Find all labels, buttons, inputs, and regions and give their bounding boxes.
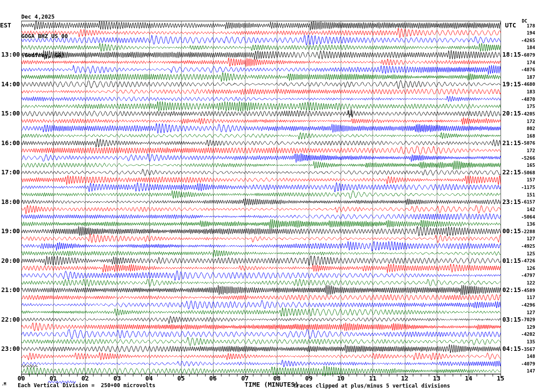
corner-mark: .M [1,382,6,386]
trace-dc-value: 129 [512,324,535,330]
trace-dc-value: -3567 [512,346,535,352]
plot-header: Dec 4,2025 GOGA BHZ US 00 (Godfrey, GA) [21,1,68,72]
est-time-label: 14:00 [0,81,20,88]
trace-dc-value: 142 [512,207,535,212]
trace-dc-value: -4589 [512,288,535,293]
est-time-label: 23:00 [0,345,20,352]
x-axis-tick-label: 03 [109,375,124,382]
x-axis-tick-label: 04 [142,375,157,382]
header-location: (Godfrey, GA) [21,52,68,59]
trace-dc-value: 135 [512,339,535,344]
est-time-label: 21:00 [0,286,20,293]
est-time-label: 22:00 [0,316,20,323]
trace-dc-value: -4079 [512,361,535,366]
trace-dc-value: 168 [512,133,535,138]
est-time-label: 16:00 [0,139,20,146]
header-date: Dec 4,2025 [21,14,68,20]
x-axis-tick-label: 00 [14,375,29,382]
trace-dc-value: 178 [512,23,535,28]
trace-dc-value: 151 [512,192,535,197]
trace-dc-value: -4876 [512,67,535,72]
trace-dc-value: -4680 [512,81,535,87]
trace-dc-value: 184 [512,45,535,50]
trace-dc-value: -6079 [512,52,535,58]
helicorder-page: Dec 4,2025 GOGA BHZ US 00 (Godfrey, GA) … [0,0,536,392]
trace-dc-value: -7029 [512,317,535,322]
est-time-label: 13:00 [0,51,20,58]
header-station: GOGA BHZ US 00 [21,33,68,40]
x-axis-tick-label: 09 [301,375,316,382]
trace-dc-value: -5076 [512,140,535,146]
est-time-label: 15:00 [0,110,20,117]
clipping-note: Traces clipped at plus/minus 5 vertical … [293,383,450,389]
trace-dc-value: 187 [512,74,535,80]
x-axis-tick-label: 01 [46,375,61,382]
trace-dc-value: -4726 [512,258,535,263]
est-time-label: 20:00 [0,257,20,264]
trace-dc-value: -4870 [512,96,535,102]
est-time-label: 17:00 [0,169,20,176]
seismogram-canvas [0,0,536,392]
trace-dc-value: -5068 [512,170,535,175]
trace-dc-value: 174 [512,60,535,65]
trace-dc-value: 147 [512,368,535,373]
trace-dc-value: -4205 [512,111,535,116]
trace-dc-value: -1175 [512,184,535,190]
trace-dc-value: 157 [512,177,535,182]
trace-dc-value: -2288 [512,229,535,234]
x-axis-tick-label: 13 [429,375,444,382]
trace-dc-value: -4296 [512,302,535,307]
trace-dc-value: -4265 [512,38,535,43]
x-axis-tick-label: 02 [78,375,93,382]
trace-dc-value: -5064 [512,214,535,219]
trace-dc-value: 172 [512,119,535,124]
trace-dc-value: 127 [512,310,535,315]
est-time-label: 19:00 [0,227,20,234]
x-axis-tick-label: 10 [333,375,348,382]
trace-dc-value: 165 [512,162,535,168]
trace-dc-value: 127 [512,236,535,241]
trace-dc-value: 175 [512,104,535,109]
trace-dc-value: 148 [512,354,535,359]
x-axis-title: TIME (MINUTES) [245,381,299,388]
trace-dc-value: 117 [512,295,535,300]
trace-dc-value: -5266 [512,155,535,161]
trace-dc-value: 122 [512,280,535,285]
vertical-division-note: Each Vertical Division = 250+00 microvol… [18,382,155,388]
trace-dc-value: 183 [512,89,535,94]
x-axis-tick-label: 11 [365,375,380,382]
trace-dc-value: 802 [512,126,535,131]
x-axis-tick-label: 12 [397,375,412,382]
trace-dc-value: 172 [512,148,535,153]
trace-dc-value: 125 [512,251,535,256]
est-time-label: 18:00 [0,198,20,205]
trace-dc-value: 136 [512,221,535,227]
left-timezone-label: EST [0,22,11,29]
x-axis-tick-label: 05 [174,375,189,382]
x-axis-tick-label: 15 [493,375,508,382]
trace-dc-value: -6157 [512,199,535,204]
trace-dc-value: -4797 [512,273,535,278]
x-axis-tick-label: 06 [206,375,221,382]
trace-dc-value: -4925 [512,243,535,249]
x-axis-tick-label: 14 [461,375,476,382]
trace-dc-value: 126 [512,265,535,271]
trace-dc-value: 194 [512,30,535,35]
trace-dc-value: -4202 [512,331,535,337]
